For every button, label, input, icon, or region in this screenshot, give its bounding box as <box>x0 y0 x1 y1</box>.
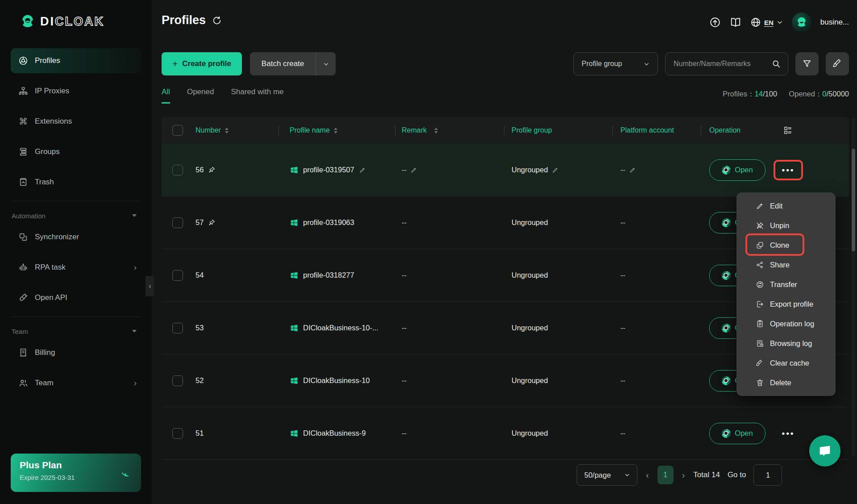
arrow-down-right-icon <box>120 469 130 479</box>
edit-remark-icon[interactable] <box>410 167 417 174</box>
column-header-platform-account: Platform account <box>612 117 701 144</box>
menu-item-unpin[interactable]: Unpin <box>736 216 836 235</box>
sort-icon[interactable] <box>434 128 438 133</box>
sidebar-section-automation[interactable]: Automation <box>11 207 141 225</box>
sidebar-item-trash[interactable]: Trash <box>11 170 141 195</box>
batch-create-button[interactable]: Batch create <box>250 52 336 75</box>
row-checkbox[interactable] <box>172 375 183 386</box>
search-input[interactable] <box>673 59 767 68</box>
menu-item-clear-cache[interactable]: Clear cache <box>736 353 836 373</box>
row-checkbox[interactable] <box>172 217 183 228</box>
brand-wordmark: DICLOAK <box>40 15 104 29</box>
windows-icon <box>290 166 299 175</box>
page-size-select[interactable]: 50/page <box>577 464 637 486</box>
language-switcher[interactable]: EN <box>750 17 783 28</box>
edit-platform-icon[interactable] <box>629 167 636 174</box>
menu-item-export-profile[interactable]: Export profile <box>736 294 836 314</box>
next-page-button[interactable]: › <box>681 470 686 480</box>
profile-group-select[interactable]: Profile group <box>573 52 658 75</box>
sidebar-section-team[interactable]: Team <box>11 322 141 340</box>
open-profile-button[interactable]: Open <box>709 423 765 444</box>
funnel-icon <box>802 59 812 69</box>
prev-page-button[interactable]: ‹ <box>645 470 650 480</box>
menu-item-clone[interactable]: Clone <box>736 235 836 255</box>
column-settings-icon[interactable] <box>783 125 793 135</box>
tab-opened[interactable]: Opened <box>187 87 214 104</box>
menu-item-transfer[interactable]: Transfer <box>736 275 836 294</box>
brand-logo[interactable]: DICLOAK <box>20 13 104 29</box>
row-checkbox[interactable] <box>172 270 183 281</box>
docs-book-icon[interactable] <box>730 17 741 28</box>
menu-item-share[interactable]: Share <box>736 255 836 275</box>
clear-filters-button[interactable] <box>826 52 849 75</box>
sidebar-item-open-api[interactable]: Open API <box>11 285 141 310</box>
menu-item-edit[interactable]: Edit <box>736 196 836 216</box>
filter-button[interactable] <box>795 52 819 75</box>
share-icon <box>755 260 764 269</box>
plus-icon: + <box>172 58 178 69</box>
column-header-number[interactable]: Number <box>189 117 279 144</box>
command-icon: ⌘ <box>18 116 29 127</box>
more-actions-button[interactable]: ••• <box>774 423 803 444</box>
row-checkbox[interactable] <box>172 323 183 333</box>
collapse-triangle-icon <box>132 330 137 333</box>
plan-title: Plus Plan <box>20 460 132 471</box>
search-icon[interactable] <box>772 59 781 68</box>
more-actions-button[interactable]: ••• <box>774 160 803 180</box>
sidebar-nav: Profiles IP Proxies ⌘ Extensions Groups … <box>11 48 141 401</box>
refresh-icon[interactable] <box>212 16 222 25</box>
tab-shared-with-me[interactable]: Shared with me <box>231 87 283 104</box>
sort-icon[interactable] <box>334 128 337 133</box>
pencil-icon <box>755 201 764 210</box>
unpin-icon <box>755 221 764 230</box>
pin-icon[interactable] <box>208 219 216 226</box>
sidebar-item-label: Profiles <box>35 56 60 65</box>
export-icon <box>755 300 764 308</box>
section-label: Automation <box>12 212 46 220</box>
sidebar-item-team[interactable]: Team › <box>11 371 141 396</box>
menu-item-operation-log[interactable]: Operation log <box>736 314 836 333</box>
history-doc-icon <box>755 339 764 348</box>
sidebar-item-profiles[interactable]: Profiles <box>11 48 141 73</box>
support-chat-button[interactable] <box>809 435 840 467</box>
upload-circle-icon[interactable] <box>709 17 721 28</box>
edit-group-icon[interactable] <box>552 167 559 174</box>
windows-icon <box>290 429 299 438</box>
goto-page-input[interactable] <box>753 464 782 486</box>
row-checkbox[interactable] <box>172 165 183 175</box>
section-label: Team <box>12 328 28 335</box>
sidebar-item-synchronizer[interactable]: Synchronizer <box>11 225 141 250</box>
sidebar-item-billing[interactable]: Billing <box>11 340 141 365</box>
sort-icon[interactable] <box>225 128 229 133</box>
pin-icon[interactable] <box>208 166 216 174</box>
batch-create-label: Batch create <box>250 52 316 75</box>
sidebar-collapse-handle[interactable]: ‹ <box>146 276 154 296</box>
sidebar-item-rpa-task[interactable]: RPA task › <box>11 255 141 280</box>
create-profile-label: Create profile <box>182 59 231 68</box>
column-header-remark[interactable]: Remark <box>395 117 504 144</box>
tab-all[interactable]: All <box>162 87 170 104</box>
table-scrollbar-thumb[interactable] <box>852 149 855 251</box>
plan-card[interactable]: Plus Plan Expire 2025-03-31 <box>11 454 141 492</box>
batch-create-dropdown[interactable] <box>316 52 336 75</box>
chevron-down-icon <box>644 61 649 67</box>
menu-item-delete[interactable]: Delete <box>736 373 836 392</box>
sidebar-item-label: Groups <box>35 147 60 156</box>
edit-name-icon[interactable] <box>359 167 366 174</box>
menu-item-browsing-log[interactable]: Browsing log <box>736 333 836 353</box>
avatar[interactable] <box>792 12 811 32</box>
sidebar-item-extensions[interactable]: ⌘ Extensions <box>11 109 141 134</box>
current-page[interactable]: 1 <box>657 466 674 484</box>
table-row[interactable]: 56 profile-0319507 -- Ungrouped -- Open … <box>162 144 849 196</box>
sidebar-item-ip-proxies[interactable]: IP Proxies <box>11 79 141 104</box>
row-checkbox[interactable] <box>172 428 183 439</box>
sidebar-item-label: IP Proxies <box>35 87 69 96</box>
select-all-checkbox[interactable] <box>172 125 183 136</box>
open-profile-button[interactable]: Open <box>709 159 765 181</box>
table-row[interactable]: 51 DICloakBusiness-9 -- Ungrouped -- Ope… <box>162 407 849 460</box>
create-profile-button[interactable]: + Create profile <box>162 52 242 75</box>
sidebar-item-groups[interactable]: Groups <box>11 139 141 164</box>
column-header-profile-name[interactable]: Profile name <box>279 117 395 144</box>
sidebar-item-label: Team <box>35 379 54 387</box>
windows-icon <box>290 324 299 333</box>
